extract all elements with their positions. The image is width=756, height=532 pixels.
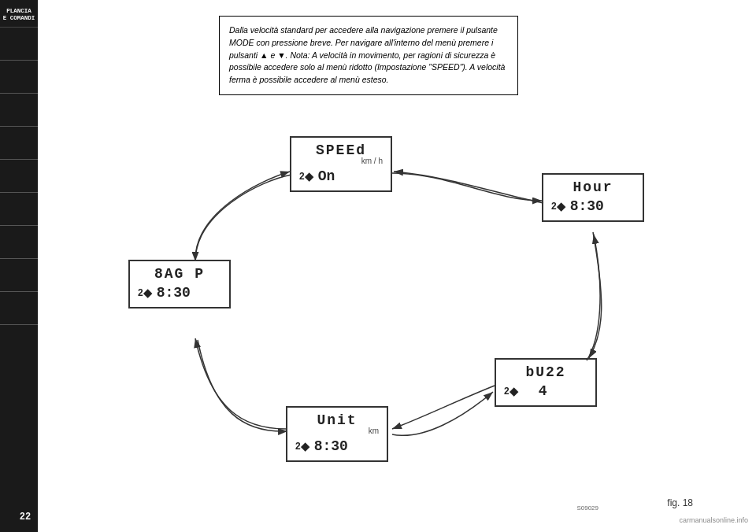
display-unit: Unit km 2◆ 8:30 <box>286 406 388 462</box>
buz-value: 4 <box>539 383 547 399</box>
display-buz: bU22 2◆ 4 <box>495 358 597 407</box>
ref-code: S09029 <box>576 504 598 512</box>
hour-btn-icon: 2◆ <box>551 200 565 212</box>
unit-row: 2◆ 8:30 <box>295 438 379 454</box>
buz-row: 2◆ 4 <box>504 383 587 399</box>
sidebar: PLANCIA E COMANDI 22 <box>0 0 38 532</box>
bagp-btn-icon: 2◆ <box>138 286 152 299</box>
speed-btn-icon: 2◆ <box>299 170 313 183</box>
display-speed: SPEEd km / h 2◆ On <box>290 136 392 192</box>
sidebar-section-6[interactable] <box>0 193 38 226</box>
unit-title: Unit <box>295 412 379 428</box>
buz-title: bU22 <box>504 364 587 380</box>
sidebar-section-5[interactable] <box>0 160 38 193</box>
sidebar-section-3[interactable] <box>0 94 38 127</box>
hour-row: 2◆ 8:30 <box>551 198 635 214</box>
display-bagp: 8AG P 2◆ 8:30 <box>128 260 231 308</box>
info-text: Dalla velocità standard per accedere all… <box>229 25 505 84</box>
sidebar-section-2[interactable] <box>0 61 38 94</box>
sidebar-section-7[interactable] <box>0 226 38 259</box>
sidebar-section-8[interactable] <box>0 259 38 292</box>
sidebar-top-label: PLANCIA E COMANDI <box>0 3 38 28</box>
speed-row: 2◆ On <box>299 168 383 184</box>
sidebar-section-4[interactable] <box>0 127 38 160</box>
bagp-value: 8:30 <box>157 285 191 301</box>
hour-title: Hour <box>551 179 635 195</box>
unit-btn-icon: 2◆ <box>295 440 309 453</box>
info-box: Dalla velocità standard per accedere all… <box>219 16 518 95</box>
buz-btn-icon: 2◆ <box>504 385 518 397</box>
fig-label: fig. 18 <box>667 497 693 508</box>
sidebar-section-1[interactable] <box>0 28 38 61</box>
speed-title: SPEEd <box>299 142 383 158</box>
sidebar-section-9[interactable] <box>0 292 38 325</box>
bagp-row: 2◆ 8:30 <box>138 285 221 301</box>
unit-value: 8:30 <box>314 438 348 454</box>
speed-value: On <box>318 168 335 184</box>
bagp-title: 8AG P <box>138 266 221 282</box>
display-hour: Hour 2◆ 8:30 <box>542 173 644 222</box>
main-content: Dalla velocità standard per accedere all… <box>38 0 756 532</box>
watermark: carmanualsonline.info <box>679 516 748 524</box>
hour-value: 8:30 <box>570 198 604 214</box>
